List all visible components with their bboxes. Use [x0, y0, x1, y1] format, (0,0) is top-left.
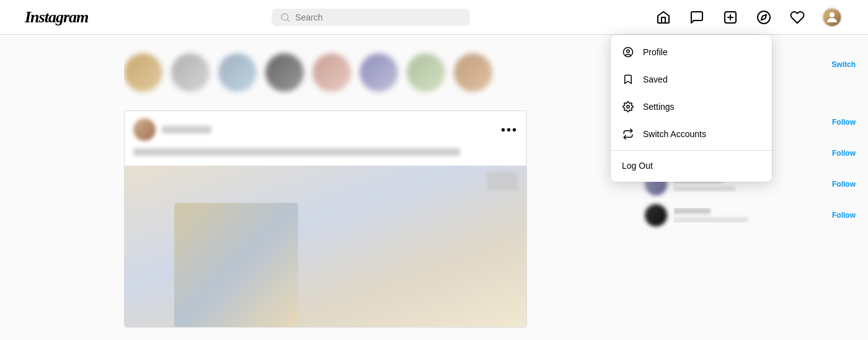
search-bar[interactable] [272, 9, 470, 26]
home-icon [656, 10, 671, 25]
dropdown-divider [611, 150, 772, 151]
svg-point-11 [627, 105, 630, 109]
post-image-content [174, 203, 298, 327]
switch-accounts-label: Switch Accounts [643, 129, 706, 139]
settings-label: Settings [643, 102, 675, 112]
profile-icon [622, 46, 634, 58]
logout-label: Log Out [622, 161, 653, 171]
switch-button[interactable]: Switch [831, 60, 856, 69]
navbar: Instagram [0, 0, 868, 35]
search-input[interactable] [295, 12, 461, 22]
dropdown-logout-item[interactable]: Log Out [611, 153, 772, 178]
instagram-logo: Instagram [25, 8, 88, 27]
post-avatar [133, 119, 156, 141]
story-item[interactable] [265, 53, 304, 92]
story-item[interactable] [171, 53, 210, 92]
home-button[interactable] [653, 7, 673, 27]
settings-icon [622, 101, 634, 113]
saved-icon [622, 73, 634, 86]
suggestion-sub [673, 186, 735, 192]
suggestion-item: Follow [645, 204, 856, 226]
post-card: ••• [124, 110, 527, 328]
story-item[interactable] [312, 53, 351, 92]
explore-button[interactable] [754, 7, 774, 27]
dropdown-switch-item[interactable]: Switch Accounts [611, 120, 772, 148]
svg-point-10 [627, 50, 630, 53]
stories-row [124, 47, 632, 98]
feed-area: ••• [0, 35, 632, 340]
dropdown-profile-item[interactable]: Profile [611, 38, 772, 66]
suggestion-name [673, 208, 711, 214]
notifications-button[interactable] [787, 7, 807, 27]
explore-icon [756, 10, 771, 25]
dropdown-settings-item[interactable]: Settings [611, 93, 772, 120]
follow-button[interactable]: Follow [832, 180, 856, 189]
switch-icon [622, 128, 634, 140]
saved-label: Saved [643, 74, 668, 84]
follow-button[interactable]: Follow [832, 211, 856, 220]
svg-marker-6 [761, 14, 766, 19]
post-caption [125, 148, 526, 166]
create-icon [723, 10, 738, 25]
messenger-icon [689, 10, 704, 25]
profile-avatar-button[interactable] [821, 6, 843, 29]
follow-button[interactable]: Follow [832, 118, 856, 127]
post-header: ••• [125, 111, 526, 148]
caption-line [133, 148, 460, 156]
dropdown-menu: Profile Saved Settings Switch Ac [611, 35, 772, 182]
post-user-info [133, 119, 211, 141]
dropdown-saved-item[interactable]: Saved [611, 66, 772, 93]
svg-line-1 [287, 19, 289, 21]
follow-button[interactable]: Follow [832, 149, 856, 158]
suggestion-avatar [645, 204, 667, 226]
create-button[interactable] [720, 7, 740, 27]
post-image-overlay [487, 172, 518, 190]
profile-label: Profile [643, 47, 668, 57]
heart-icon [790, 10, 805, 25]
post-more-button[interactable]: ••• [501, 123, 518, 137]
suggestion-sub [673, 217, 748, 223]
avatar [822, 7, 842, 27]
search-icon [280, 12, 290, 22]
suggestion-text [673, 208, 826, 223]
story-item[interactable] [360, 53, 398, 92]
story-item[interactable] [218, 53, 257, 92]
post-image [125, 166, 526, 327]
messenger-button[interactable] [687, 7, 707, 27]
story-item[interactable] [124, 53, 162, 92]
svg-point-7 [830, 12, 835, 17]
svg-point-5 [758, 11, 770, 24]
nav-icons [653, 6, 843, 29]
story-item[interactable] [407, 53, 445, 92]
post-username [162, 126, 211, 133]
story-item[interactable] [454, 53, 492, 92]
